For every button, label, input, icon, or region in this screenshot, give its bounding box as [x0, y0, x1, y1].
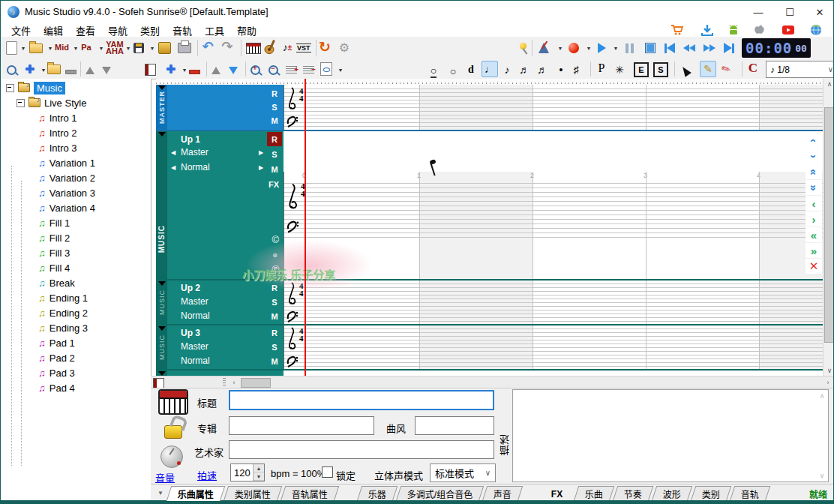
stereo-mode-select[interactable]: 标准模式∨: [430, 464, 496, 482]
redo-button[interactable]: ↷: [221, 38, 233, 56]
symbol-button[interactable]: S: [653, 62, 668, 77]
menu-tools[interactable]: 工具: [202, 23, 227, 38]
artist-input[interactable]: [229, 440, 494, 459]
master-track-header[interactable]: MASTER R S M: [156, 85, 284, 130]
up2-mode[interactable]: Normal: [181, 310, 210, 321]
tree-item-pad-1[interactable]: ♫Pad 1: [38, 335, 75, 350]
lock-checkbox[interactable]: [322, 466, 333, 478]
half-note-button[interactable]: d: [466, 62, 476, 77]
stop-button[interactable]: [644, 39, 656, 57]
album-input[interactable]: [229, 416, 374, 435]
up2-staff[interactable]: 44: [284, 280, 823, 324]
master-side-strip[interactable]: MASTER: [156, 85, 167, 130]
volume-knob[interactable]: [160, 446, 183, 468]
tree-item-music[interactable]: Music: [6, 80, 65, 95]
undo-button[interactable]: ↶: [202, 38, 214, 56]
splitter-handle[interactable]: [223, 378, 226, 387]
cart-icon[interactable]: [670, 24, 684, 36]
up3-mute-button[interactable]: M: [267, 354, 282, 368]
horizontal-scroll-thumb[interactable]: [241, 378, 271, 388]
desc-scroll-down-icon[interactable]: ∨: [818, 471, 826, 480]
step-back-button[interactable]: [664, 39, 676, 57]
tree-item-variation-2[interactable]: ♫Variation 2: [38, 170, 95, 185]
remove-category-button[interactable]: [65, 64, 76, 80]
preview-button[interactable]: [320, 62, 332, 76]
horizontal-scrollbar[interactable]: ‹ ›: [151, 376, 834, 388]
up1-staff[interactable]: 0 1 2 3 4 44: [284, 131, 823, 279]
up1-record-button[interactable]: R: [267, 132, 282, 146]
pause-button[interactable]: [623, 39, 635, 57]
up3-bank[interactable]: Master: [181, 341, 208, 352]
tab-song[interactable]: 乐曲: [574, 486, 615, 501]
settings-button[interactable]: ⚙: [338, 38, 350, 56]
up1-mute-button[interactable]: M: [267, 162, 282, 176]
up3-mode[interactable]: Normal: [181, 356, 210, 366]
midi-button[interactable]: Mid: [55, 39, 69, 57]
android-icon[interactable]: [727, 24, 740, 36]
track-up-button[interactable]: [211, 63, 221, 78]
tab-category-properties[interactable]: 类别属性: [224, 486, 283, 501]
eighth-note-button[interactable]: ♪: [502, 62, 512, 77]
tree-item-variation-3[interactable]: ♫Variation 3: [38, 185, 95, 200]
step-forward-button[interactable]: [723, 39, 735, 57]
close-button[interactable]: ✕: [805, 1, 834, 23]
timeline-ruler[interactable]: [156, 79, 834, 85]
tab-rhythm[interactable]: 节奏: [613, 486, 654, 501]
tab-track-properties[interactable]: 音轨属性: [280, 486, 340, 501]
up2-track-name[interactable]: Up 2: [181, 283, 200, 293]
tree-item-ending-2[interactable]: ♫Ending 2: [38, 305, 88, 320]
add-track-dropdown[interactable]: ▼: [179, 62, 190, 77]
up3-side-strip[interactable]: MUSIC: [156, 326, 167, 369]
tree-item-fill-4[interactable]: ♫Fill 4: [38, 260, 70, 275]
vst-button[interactable]: VST: [296, 39, 311, 57]
expression-button[interactable]: E: [634, 62, 649, 77]
thirtysecond-note-button[interactable]: ♬: [537, 62, 548, 77]
partial-side-strip[interactable]: [156, 370, 167, 376]
up3-track-name[interactable]: Up 3: [181, 328, 200, 338]
desc-scroll-up-icon[interactable]: ∧: [818, 392, 826, 400]
nudge-left-button[interactable]: ‹: [806, 196, 822, 211]
tree-item-ending-3[interactable]: ♫Ending 3: [38, 320, 88, 335]
tab-multimode-combo[interactable]: 多调式/组合音色: [396, 486, 484, 501]
next-mode-icon[interactable]: ▶: [259, 164, 263, 171]
tree-item-intro-3[interactable]: ♫Intro 3: [38, 140, 77, 155]
master-mute-button[interactable]: M: [267, 113, 282, 128]
master-solo-button[interactable]: S: [267, 100, 282, 114]
up3-record-button[interactable]: R: [267, 326, 282, 340]
menu-file[interactable]: 文件: [8, 23, 34, 38]
fast-forward-button[interactable]: [704, 39, 716, 57]
save-button[interactable]: [133, 39, 145, 57]
record-button[interactable]: [568, 39, 580, 57]
snap-magnet-button[interactable]: C: [748, 61, 758, 76]
up3-track-header[interactable]: MUSIC Up 3 R Master S Normal M: [156, 326, 284, 369]
menu-edit[interactable]: 编辑: [40, 23, 66, 38]
shift-right-button[interactable]: »: [806, 243, 822, 258]
description-textarea[interactable]: ∧ ∨: [512, 389, 829, 482]
nudge-right-button[interactable]: ›: [806, 212, 822, 226]
breve-note-button[interactable]: ○: [428, 64, 439, 79]
tree-item-intro-2[interactable]: ♫Intro 2: [38, 125, 77, 140]
menu-help[interactable]: 帮助: [234, 23, 260, 38]
menu-view[interactable]: 查看: [73, 23, 98, 38]
sixteenth-note-button[interactable]: ♬: [519, 62, 530, 77]
pedal-button[interactable]: P: [596, 61, 607, 76]
up2-track-header[interactable]: MUSIC Up 2 R Master S Normal M: [156, 280, 284, 324]
rewind-button[interactable]: [683, 39, 695, 57]
tree-item-pad-4[interactable]: ♫Pad 4: [38, 380, 75, 395]
zoom-in-button[interactable]: +: [250, 62, 260, 77]
up2-side-strip[interactable]: MUSIC: [156, 280, 167, 324]
print-button[interactable]: [178, 39, 191, 57]
apple-icon[interactable]: [754, 24, 767, 36]
tree-item-variation-1[interactable]: ♫Variation 1: [38, 155, 95, 170]
youtube-icon[interactable]: [782, 24, 795, 36]
quarter-note-event[interactable]: [429, 159, 436, 165]
menu-category[interactable]: 类别: [137, 23, 163, 38]
tree-item-pad-2[interactable]: ♫Pad 2: [38, 350, 75, 365]
save-dropdown[interactable]: ▼: [146, 39, 158, 57]
remove-track-button[interactable]: [189, 64, 200, 80]
up1-bank[interactable]: Master: [181, 147, 208, 158]
play-button[interactable]: [596, 39, 608, 57]
move-down-button[interactable]: [101, 63, 112, 78]
tab-track[interactable]: 音轨: [730, 486, 771, 501]
new-button[interactable]: [5, 39, 17, 57]
